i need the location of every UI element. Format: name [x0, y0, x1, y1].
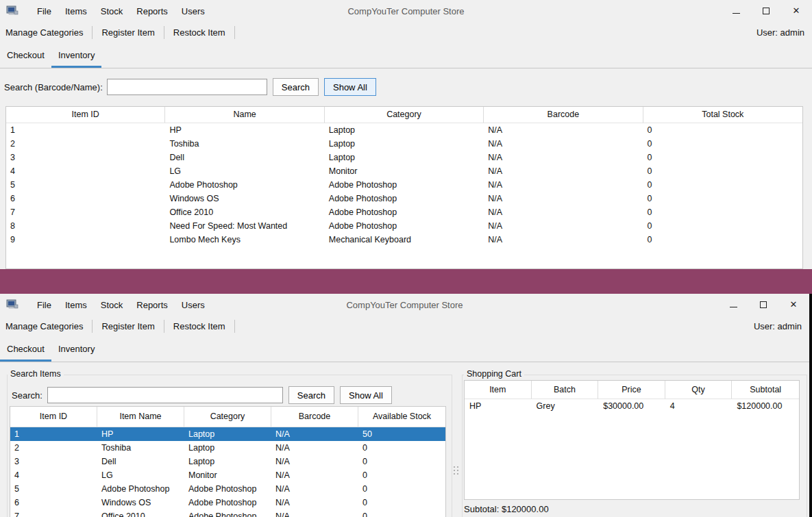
column-header[interactable]: Qty	[665, 381, 733, 399]
table-cell: Toshiba	[165, 137, 324, 151]
column-header[interactable]: Item Name	[97, 407, 184, 427]
table-cell: N/A	[484, 178, 643, 192]
table-cell: Adobe Photoshop	[184, 496, 271, 509]
minimize-button[interactable]	[731, 6, 741, 16]
table-cell: N/A	[484, 137, 643, 151]
column-header[interactable]: Barcode	[484, 107, 643, 123]
restock-item-button[interactable]: Restock Item	[167, 321, 232, 331]
menubar: File Items Stock Reports Users	[30, 300, 212, 310]
table-cell: Monitor	[184, 468, 271, 482]
user-label: User: admin	[754, 321, 809, 331]
tab-inventory[interactable]: Inventory	[51, 338, 101, 362]
table-row[interactable]: 4LGMonitorN/A0	[10, 468, 445, 482]
close-icon: ✕	[793, 6, 800, 16]
table-row[interactable]: 6Windows OSAdobe PhotoshopN/A0	[10, 496, 445, 509]
column-header[interactable]: Total Stock	[643, 107, 802, 123]
table-cell: 3	[6, 151, 165, 164]
table-row[interactable]: 7Office 2010Adobe PhotoshopN/A0	[6, 205, 802, 219]
table-cell: 0	[358, 468, 445, 482]
menu-file[interactable]: File	[30, 6, 58, 16]
search-input[interactable]	[107, 79, 267, 95]
minimize-button[interactable]	[728, 300, 738, 310]
table-cell: Adobe Photoshop	[325, 192, 484, 205]
menu-users[interactable]: Users	[175, 6, 212, 16]
maximize-button[interactable]	[761, 6, 771, 16]
table-cell: 0	[643, 151, 802, 164]
table-cell: 7	[10, 509, 97, 517]
manage-categories-button[interactable]: Manage Categories	[5, 27, 89, 38]
table-row[interactable]: 2ToshibaLaptopN/A0	[10, 441, 445, 455]
search-button[interactable]: Search	[288, 386, 334, 404]
column-header[interactable]: Category	[325, 107, 484, 123]
table-row[interactable]: 9Lombo Mech KeysMechanical KeyboardN/A0	[6, 233, 802, 247]
table-row[interactable]: 6Windows OSAdobe PhotoshopN/A0	[6, 192, 802, 205]
menu-stock[interactable]: Stock	[94, 6, 130, 16]
table-cell: Adobe Photoshop	[97, 482, 184, 496]
show-all-button[interactable]: Show All	[324, 78, 376, 96]
column-header[interactable]: Barcode	[271, 407, 358, 427]
table-cell: N/A	[271, 509, 358, 517]
column-header[interactable]: Name	[165, 107, 324, 123]
table-row[interactable]: 1HPLaptopN/A0	[6, 123, 802, 137]
table-cell: 4	[665, 399, 733, 414]
inventory-table-body: 1HPLaptopN/A02ToshibaLaptopN/A03DellLapt…	[6, 123, 802, 247]
maximize-icon	[763, 8, 770, 14]
panel-splitter-handle[interactable]	[453, 464, 459, 477]
column-header[interactable]: Available Stock	[358, 407, 445, 427]
menu-items[interactable]: Items	[58, 300, 94, 310]
titlebar[interactable]: File Items Stock Reports Users CompYouTe…	[0, 294, 809, 316]
close-icon: ✕	[790, 300, 798, 310]
menu-file[interactable]: File	[30, 300, 58, 310]
tab-inventory[interactable]: Inventory	[51, 45, 101, 68]
table-cell: Windows OS	[165, 192, 324, 205]
table-cell: Monitor	[325, 164, 484, 178]
column-header[interactable]: Category	[184, 407, 271, 427]
menu-items[interactable]: Items	[58, 6, 94, 16]
table-cell: 0	[643, 137, 802, 151]
table-row[interactable]: 5Adobe PhotoshopAdobe PhotoshopN/A0	[10, 482, 445, 496]
column-header[interactable]: Item ID	[6, 107, 165, 123]
titlebar[interactable]: File Items Stock Reports Users CompYouTe…	[0, 0, 812, 22]
items-table-body: 1HPLaptopN/A502ToshibaLaptopN/A03DellLap…	[10, 427, 445, 517]
search-input[interactable]	[47, 387, 283, 403]
search-label: Search (Barcode/Name):	[4, 82, 103, 92]
column-header[interactable]: Batch	[532, 381, 599, 399]
column-header[interactable]: Price	[598, 381, 665, 399]
column-header[interactable]: Item	[465, 381, 532, 399]
close-button[interactable]: ✕	[791, 6, 801, 16]
table-cell: Dell	[97, 455, 184, 468]
column-header[interactable]: Item ID	[10, 407, 97, 427]
shopping-cart-group-title: Shopping Cart	[464, 369, 524, 379]
tab-checkout[interactable]: Checkout	[0, 45, 51, 68]
register-item-button[interactable]: Register Item	[95, 27, 160, 38]
restock-item-button[interactable]: Restock Item	[167, 27, 232, 38]
table-cell: N/A	[271, 455, 358, 468]
table-row[interactable]: 3DellLaptopN/A0	[6, 151, 802, 164]
tab-checkout[interactable]: Checkout	[0, 338, 51, 362]
maximize-button[interactable]	[759, 300, 768, 310]
table-row[interactable]: 7Office 2010Adobe PhotoshopN/A0	[10, 509, 445, 517]
table-row[interactable]: HPGrey$30000.004$120000.00	[465, 399, 799, 414]
register-item-button[interactable]: Register Item	[95, 321, 160, 331]
search-button[interactable]: Search	[273, 78, 319, 96]
table-row[interactable]: 8Need For Speed: Most WantedAdobe Photos…	[6, 219, 802, 233]
show-all-button[interactable]: Show All	[340, 386, 392, 404]
close-button[interactable]: ✕	[789, 300, 798, 310]
search-label: Search:	[12, 390, 42, 401]
table-row[interactable]: 1HPLaptopN/A50	[10, 427, 445, 441]
menu-users[interactable]: Users	[175, 300, 212, 310]
table-row[interactable]: 4LGMonitorN/A0	[6, 164, 802, 178]
table-cell: 50	[358, 427, 445, 441]
column-header[interactable]: Subtotal	[732, 381, 799, 399]
menu-reports[interactable]: Reports	[130, 300, 175, 310]
minimize-icon	[730, 307, 737, 307]
table-cell: 2	[6, 137, 165, 151]
table-row[interactable]: 3DellLaptopN/A0	[10, 455, 445, 468]
manage-categories-button[interactable]: Manage Categories	[5, 321, 89, 331]
table-cell: 6	[10, 496, 97, 509]
menu-reports[interactable]: Reports	[130, 6, 175, 16]
table-row[interactable]: 2ToshibaLaptopN/A0	[6, 137, 802, 151]
menu-stock[interactable]: Stock	[94, 300, 130, 310]
table-row[interactable]: 5Adobe PhotoshopAdobe PhotoshopN/A0	[6, 178, 802, 192]
table-cell: N/A	[271, 496, 358, 509]
